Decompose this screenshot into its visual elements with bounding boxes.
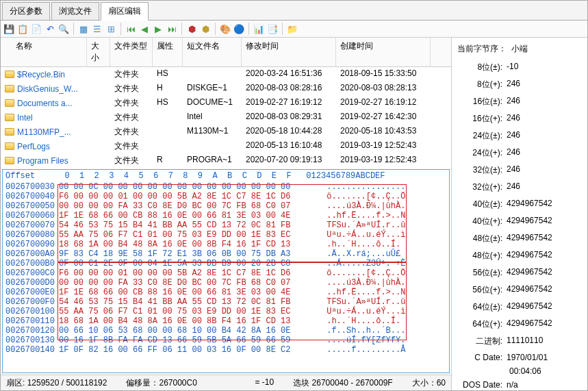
hex-offset: 00267000F0 — [5, 297, 59, 307]
file-type: 文件夹 — [110, 125, 153, 138]
col-name[interactable]: 名称 — [1, 38, 87, 66]
inspector-label: 56位(±): — [459, 267, 507, 279]
tool-icon[interactable]: ⬢ — [200, 23, 211, 34]
col-short[interactable]: 短文件名 — [183, 38, 242, 66]
tool-icon[interactable]: ⊞ — [105, 23, 116, 34]
file-size — [87, 68, 110, 81]
inspector-row: 64位(+):4294967542 — [457, 316, 582, 333]
file-row[interactable]: PerfLogs文件夹2020-05-13 16:10:482019-03-19… — [1, 139, 451, 153]
file-shortname: PROGRA~1 — [183, 154, 242, 167]
hex-ascii[interactable]: .....f.........Â — [327, 345, 416, 355]
goto-prev-icon[interactable]: ◀ — [139, 23, 150, 34]
file-create-time: 2020-08-03 08:28:13 — [336, 82, 431, 95]
file-create-time: 2020-05-18 10:43:53 — [336, 125, 431, 138]
paste-icon[interactable]: 📄 — [31, 23, 42, 34]
file-row[interactable]: Documents a...文件夹HSDOCUME~12019-02-27 16… — [1, 96, 451, 110]
hex-offset: 0026700110 — [5, 316, 59, 326]
tab-browse-files[interactable]: 浏览文件 — [51, 2, 99, 20]
inspector-label: C Date: — [459, 353, 507, 362]
hex-row[interactable]: 00267001401F 0F 82 16 00 66 FF 06 11 00 … — [3, 345, 449, 355]
inspector-value: 11110110 — [507, 336, 580, 347]
tool-icon[interactable]: ⬢ — [186, 23, 197, 34]
file-shortname: M1130M~1 — [183, 125, 242, 138]
file-name: DiskGenius_W... — [17, 84, 78, 94]
folder-icon — [5, 142, 14, 150]
file-row[interactable]: DiskGenius_W...文件夹HDISKGE~12020-08-03 08… — [1, 81, 451, 96]
inspector-row: 40位(±):4294967542 — [457, 196, 582, 213]
goto-next-icon[interactable]: ▶ — [153, 23, 164, 34]
folder-icon — [5, 85, 14, 92]
tool-icon[interactable]: ▦ — [78, 23, 89, 34]
file-create-time: 2019-03-19 12:52:43 — [336, 140, 431, 153]
file-size — [87, 125, 110, 138]
palette-icon[interactable]: 🎨 — [220, 23, 231, 34]
tool-icon[interactable]: 📑 — [267, 23, 278, 34]
inspector-value: 4294967542 — [507, 267, 580, 279]
file-type: 文件夹 — [110, 111, 153, 124]
col-type[interactable]: 文件类型 — [110, 38, 153, 66]
file-type: 文件夹 — [110, 68, 153, 81]
separator — [181, 23, 182, 35]
status-eq: = -10 — [255, 377, 274, 389]
dos-date-label: DOS Date: — [459, 380, 507, 390]
color-icon[interactable]: 🔵 — [233, 23, 244, 34]
tool-icon[interactable]: 📊 — [253, 23, 264, 34]
inspector-value: 4294967542 — [507, 284, 580, 296]
inspector-label: 48位(+): — [459, 250, 507, 262]
file-name: $Recycle.Bin — [17, 70, 65, 79]
inspector-label: 64位(+): — [459, 318, 507, 330]
goto-first-icon[interactable]: ⏮ — [125, 23, 136, 34]
file-name: Program Files — [17, 156, 68, 166]
copy-icon[interactable]: 📋 — [17, 23, 28, 34]
inspector-value: 4294967542 — [507, 318, 580, 330]
file-modify-time: 2020-08-03 08:28:16 — [242, 82, 336, 95]
inspector-value: 246 — [507, 147, 580, 159]
search-icon[interactable]: 🔍 — [58, 23, 69, 34]
inspector-label: 二进制: — [459, 336, 507, 347]
inspector-label: 48位(±): — [459, 233, 507, 244]
col-modify[interactable]: 修改时间 — [242, 38, 336, 66]
inspector-row: 8位(±):-10 — [457, 59, 582, 76]
tab-sector-edit[interactable]: 扇区编辑 — [101, 2, 149, 21]
hex-offset: 0026700060 — [5, 211, 59, 220]
inspector-row: C Date:1970/01/01 — [457, 350, 582, 365]
inspector-label: 40位(±): — [459, 199, 507, 210]
file-row[interactable]: M1130MFP_...文件夹M1130M~12020-05-18 10:44:… — [1, 125, 451, 139]
hex-offset: 0026700040 — [5, 192, 59, 201]
file-shortname — [183, 68, 242, 81]
inspector-value: 1970/01/01 — [507, 353, 580, 362]
status-selection: 选块 26700040 - 2670009F — [293, 377, 392, 389]
c-date-time: 00:04:06 — [509, 365, 582, 377]
hex-selection-box — [57, 262, 407, 340]
file-row[interactable]: Intel文件夹Intel2020-08-03 08:29:312019-02-… — [1, 110, 451, 125]
col-attr[interactable]: 属性 — [153, 38, 183, 66]
file-modify-time: 2020-05-18 10:44:28 — [242, 125, 336, 138]
file-attr: R — [153, 154, 183, 167]
tab-partition-params[interactable]: 分区参数 — [2, 2, 50, 20]
file-size — [87, 82, 110, 95]
col-create[interactable]: 创建时间 — [336, 38, 431, 66]
tool-icon[interactable]: ☰ — [92, 23, 103, 34]
folder-icon[interactable]: 📁 — [287, 23, 298, 34]
file-attr — [153, 111, 183, 124]
goto-last-icon[interactable]: ⏭ — [166, 23, 177, 34]
file-modify-time: 2020-07-20 09:19:13 — [242, 154, 336, 167]
status-size: 大小：60 — [412, 377, 446, 389]
inspector-panel: 当前字节序： 小端 8位(±):-108位(+):24616位(±):24616… — [452, 38, 587, 391]
inspector-label: 24位(+): — [459, 147, 507, 159]
file-row[interactable]: Program Files文件夹RPROGRA~12020-07-20 09:1… — [1, 153, 451, 168]
file-row[interactable]: $Recycle.Bin文件夹HS2020-03-24 16:51:362018… — [1, 67, 451, 81]
inspector-row: 56位(±):4294967542 — [457, 264, 582, 281]
undo-icon[interactable]: ↶ — [44, 23, 55, 34]
col-size[interactable]: 大小 — [87, 38, 110, 66]
hex-offset: 0026700140 — [5, 345, 59, 355]
file-list[interactable]: $Recycle.Bin文件夹HS2020-03-24 16:51:362018… — [1, 67, 451, 168]
inspector-row: 24位(±):246 — [457, 127, 582, 144]
inspector-row: 16位(±):246 — [457, 93, 582, 110]
hex-bytes[interactable]: 1F 0F 82 16 00 66 FF 06 11 00 03 16 0F 0… — [59, 345, 322, 355]
hex-editor[interactable]: Offset 0 1 2 3 4 5 6 7 8 9 A B C D E F 0… — [2, 169, 450, 373]
folder-icon — [5, 99, 14, 107]
save-icon[interactable]: 💾 — [3, 23, 14, 34]
file-attr — [153, 125, 183, 138]
file-name: Intel — [17, 113, 33, 123]
